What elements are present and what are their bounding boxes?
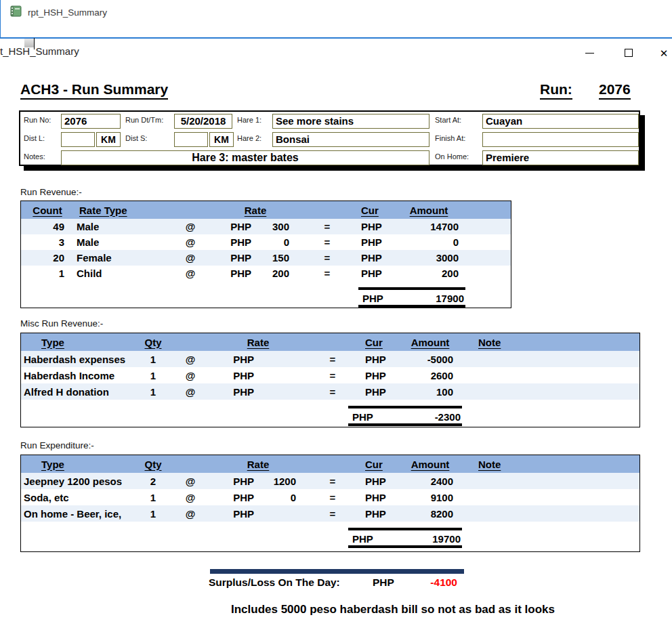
at-symbol: @	[169, 236, 212, 248]
dist-s-field[interactable]	[174, 132, 208, 147]
finish-at-field[interactable]	[482, 132, 639, 147]
table-row: 1 Child @ PHP 200 = PHP 200	[21, 266, 511, 281]
amount-cell: 9100	[400, 492, 460, 503]
qty-header: Qty	[136, 459, 170, 470]
misc-section-label: Misc Run Revenue:-	[20, 318, 103, 329]
finish-at-label: Finish At:	[435, 134, 465, 142]
close-button[interactable]: ✕	[654, 45, 672, 61]
hare1-field[interactable]: See more stains	[272, 114, 429, 129]
count-cell: 49	[21, 221, 74, 232]
equals-symbol: =	[299, 252, 356, 264]
expenditure-section-label: Run Expenditure:-	[20, 440, 94, 450]
count-cell: 1	[21, 268, 74, 279]
run-number: 2076	[599, 81, 631, 100]
minimize-button[interactable]	[579, 45, 600, 61]
type-cell: Haberdash Income	[21, 370, 136, 381]
revenue-section-label: Run Revenue:-	[20, 187, 82, 197]
close-icon: ✕	[660, 48, 669, 58]
currency-cell: PHP	[356, 268, 395, 279]
misc-revenue-table: Type Qty Rate Cur Amount Note Haberdash …	[20, 333, 640, 427]
equals-symbol: =	[306, 354, 360, 365]
summary-divider-bar	[210, 569, 464, 574]
table-row: On home - Beer, ice, 1 @ PHP = PHP 8200	[21, 505, 639, 522]
surplus-currency: PHP	[373, 576, 394, 589]
tab-label: rpt_HSH_Summary	[28, 7, 107, 18]
currency-cell: PHP	[212, 221, 255, 232]
maximize-button[interactable]	[618, 45, 639, 61]
equals-symbol: =	[306, 492, 360, 503]
revenue-total: PHP 17900	[358, 287, 465, 308]
revenue-table: Count Rate Type Rate Cur Amount 49 Male …	[20, 201, 511, 308]
at-symbol: @	[170, 508, 211, 520]
tab-rpt-hsh-summary[interactable]: rpt_HSH_Summary	[10, 5, 107, 20]
window-title: t_HSH_Summary	[0, 45, 79, 57]
equals-symbol: =	[306, 476, 360, 487]
at-symbol: @	[169, 221, 212, 232]
expenditure-header-row: Type Qty Rate Cur Amount Note	[21, 455, 639, 473]
hare2-field[interactable]: Bonsai	[272, 132, 429, 147]
total-amount: -2300	[435, 411, 461, 423]
rate-cell: 0	[258, 492, 306, 503]
amount-cell: -5000	[400, 354, 460, 365]
run-no-label: Run No:	[24, 116, 51, 124]
currency-cell: PHP	[212, 236, 255, 248]
misc-total: PHP -2300	[348, 406, 462, 426]
type-cell: Jeepney 1200 pesos	[21, 476, 136, 487]
currency-cell: PHP	[360, 370, 400, 381]
equals-symbol: =	[299, 236, 356, 248]
currency-cell: PHP	[360, 354, 400, 365]
note-header: Note	[460, 459, 639, 470]
currency-cell: PHP	[356, 221, 395, 232]
on-home-field[interactable]: Premiere	[482, 150, 639, 165]
run-no-field[interactable]: 2076	[61, 114, 121, 129]
table-row: 3 Male @ PHP 0 = PHP 0	[21, 234, 511, 250]
count-header: Count	[21, 205, 74, 216]
amount-header: Amount	[400, 337, 460, 348]
start-at-field[interactable]: Cuayan	[482, 114, 639, 129]
total-currency: PHP	[362, 293, 383, 304]
amount-cell: 200	[395, 268, 463, 279]
at-symbol: @	[169, 252, 212, 264]
amount-cell: 100	[400, 386, 460, 398]
expenditure-total: PHP 19700	[348, 528, 462, 548]
table-row: Jeepney 1200 pesos 2 @ PHP 1200 = PHP 24…	[21, 473, 639, 489]
total-amount: 17900	[436, 293, 464, 304]
qty-cell: 1	[136, 354, 170, 365]
type-cell: On home - Beer, ice,	[21, 508, 136, 520]
run-dt-field[interactable]: 5/20/2018	[174, 114, 232, 129]
type-cell: Soda, etc	[21, 492, 136, 503]
summary-footnote: Includes 5000 peso haberdash bill so not…	[169, 603, 616, 616]
dist-l-label: Dist L:	[24, 134, 45, 142]
page-title: ACH3 - Run Summary	[20, 81, 168, 100]
equals-symbol: =	[306, 370, 360, 381]
currency-cell: PHP	[211, 492, 258, 503]
qty-cell: 1	[136, 508, 170, 520]
notes-label: Notes:	[24, 152, 45, 161]
dist-s-unit: KM	[209, 132, 234, 147]
currency-cell: PHP	[360, 476, 400, 487]
type-cell: Male	[74, 236, 169, 248]
currency-cell: PHP	[360, 386, 400, 398]
amount-cell: 2400	[400, 476, 460, 487]
table-row: 49 Male @ PHP 300 = PHP 14700	[21, 219, 511, 234]
at-symbol: @	[170, 386, 211, 398]
rate-cell: 200	[255, 268, 299, 279]
surplus-label: Surplus/Loss On The Day:	[209, 576, 340, 589]
currency-cell: PHP	[212, 268, 255, 279]
amount-header: Amount	[400, 459, 460, 470]
notes-field[interactable]: Hare 3: master bates	[61, 150, 429, 165]
run-dt-label: Run Dt/Tm:	[125, 116, 163, 124]
rate-cell: 0	[255, 236, 299, 248]
qty-cell: 1	[136, 370, 170, 381]
note-header: Note	[460, 337, 639, 348]
run-label: Run:	[540, 81, 572, 100]
dist-l-field[interactable]	[61, 132, 95, 147]
qty-cell: 2	[136, 476, 170, 487]
at-symbol: @	[170, 354, 211, 365]
qty-header: Qty	[136, 337, 170, 348]
cur-header: Cur	[360, 337, 400, 348]
at-symbol: @	[170, 492, 211, 503]
expenditure-table: Type Qty Rate Cur Amount Note Jeepney 12…	[20, 455, 640, 552]
amount-cell: 14700	[395, 221, 463, 232]
surplus-amount: -4100	[405, 576, 457, 589]
